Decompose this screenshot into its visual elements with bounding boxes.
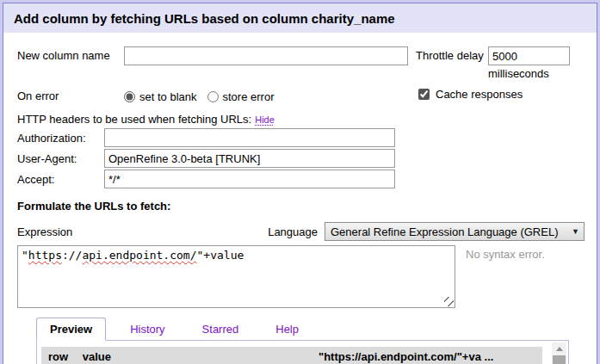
formulate-urls-heading: Formulate the URLs to fetch: — [17, 200, 585, 213]
tab-help[interactable]: Help — [263, 318, 312, 340]
tab-preview[interactable]: Preview — [36, 318, 106, 341]
preview-table-header: row value "https://api.endpoint.com/"+va… — [41, 347, 542, 364]
accept-label: Accept: — [17, 170, 104, 188]
accept-row: Accept: — [17, 170, 585, 188]
expression-label: Expression — [17, 225, 72, 238]
expression-text-misspelled: https — [28, 249, 62, 262]
set-to-blank-label: set to blank — [139, 90, 197, 103]
textarea-resize-handle[interactable] — [444, 297, 454, 306]
user-agent-label: User-Agent: — [17, 150, 104, 168]
http-headers-label: HTTP headers to be used when fetching UR… — [17, 113, 251, 126]
select-arrow-icon: ▼ — [572, 227, 579, 236]
preview-panel: row value "https://api.endpoint.com/"+va… — [36, 340, 569, 364]
expression-row: Expression Language General Refine Expre… — [17, 222, 585, 241]
column-header-row: row — [48, 350, 68, 363]
tab-starred[interactable]: Starred — [189, 318, 252, 340]
tab-history[interactable]: History — [117, 318, 177, 340]
user-agent-row: User-Agent: — [17, 149, 585, 168]
dialog-frame: Add column by fetching URLs based on col… — [0, 0, 600, 364]
throttle-delay-input[interactable] — [488, 46, 570, 65]
language-label: Language — [268, 225, 318, 238]
new-column-name-input[interactable] — [124, 46, 408, 65]
user-agent-input[interactable] — [104, 149, 395, 168]
scroll-up-arrow-icon — [556, 347, 563, 351]
throttle-unit-label: milliseconds — [488, 67, 570, 80]
authorization-input[interactable] — [104, 128, 395, 147]
new-column-row: New column name Throttle delay milliseco… — [17, 46, 585, 80]
store-error-radio[interactable] — [207, 91, 219, 102]
authorization-row: Authorization: — [17, 128, 585, 147]
expression-text: :// — [62, 249, 82, 262]
on-error-label: On error — [17, 87, 124, 106]
authorization-label: Authorization: — [17, 129, 104, 147]
expression-input[interactable]: "https://api.endpoint.com/"+value — [17, 245, 455, 308]
http-headers-hide-link[interactable]: Hide — [255, 114, 275, 125]
expression-text: " — [22, 249, 28, 262]
scroll-up-button[interactable] — [552, 342, 566, 355]
column-header-value: value — [83, 350, 111, 363]
dialog-body: New column name Throttle delay milliseco… — [3, 33, 597, 364]
cache-responses-label: Cache responses — [436, 88, 523, 101]
language-selected-value: General Refine Expression Language (GREL… — [331, 225, 568, 238]
throttle-delay-label: Throttle delay — [416, 46, 488, 65]
set-to-blank-radio[interactable] — [124, 91, 135, 102]
throttle-delay-group: milliseconds — [488, 46, 570, 80]
on-error-row: On error set to blank store error Cache … — [17, 88, 585, 105]
cache-responses-checkbox[interactable] — [418, 89, 430, 100]
on-error-option-store-error[interactable]: store error — [207, 90, 275, 103]
dialog-title: Add column by fetching URLs based on col… — [3, 3, 597, 33]
add-column-fetch-dialog: Add column by fetching URLs based on col… — [0, 0, 600, 364]
store-error-label: store error — [223, 90, 275, 103]
http-headers-heading: HTTP headers to be used when fetching UR… — [17, 113, 585, 126]
expression-editor-row: "https://api.endpoint.com/"+value No syn… — [17, 245, 585, 308]
accept-input[interactable] — [104, 170, 395, 188]
new-column-name-label: New column name — [17, 46, 124, 65]
on-error-option-set-to-blank[interactable]: set to blank — [124, 90, 197, 103]
column-header-expression: "https://api.endpoint.com/"+va ... — [319, 347, 493, 364]
expression-text: "+value — [197, 249, 244, 262]
syntax-status: No syntax error. — [466, 247, 545, 262]
cache-responses-option[interactable]: Cache responses — [418, 88, 523, 101]
language-select[interactable]: General Refine Expression Language (GREL… — [325, 222, 585, 241]
scrollbar-thumb[interactable] — [553, 355, 566, 364]
tab-bar: Preview History Starred Help — [36, 318, 569, 340]
preview-scrollbar[interactable] — [552, 342, 566, 364]
expression-text-misspelled: api.endpoint.com/ — [82, 249, 196, 262]
